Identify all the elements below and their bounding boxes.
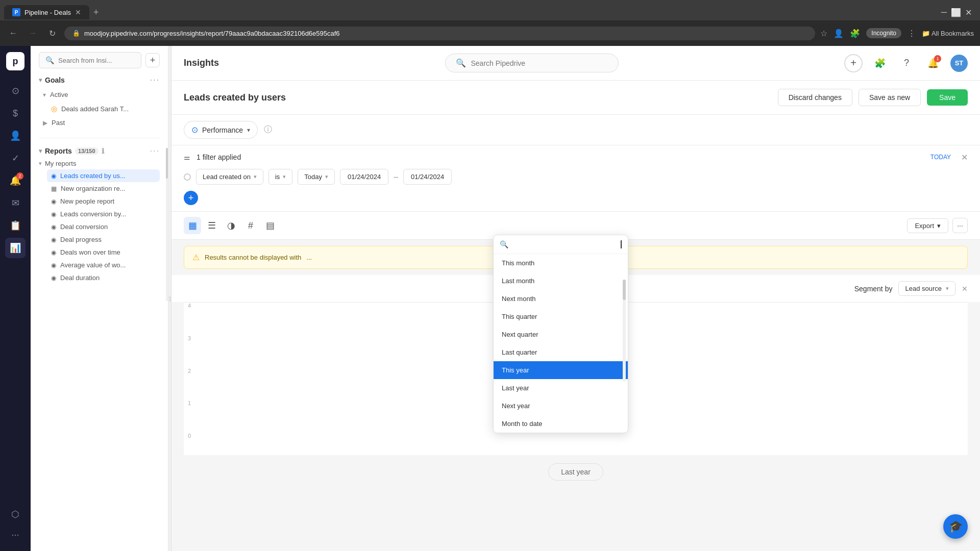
url-bar[interactable]: 🔒 moodjoy.pipedrive.com/progress/insight… <box>64 27 815 40</box>
rail-contacts-icon[interactable]: 👤 <box>5 126 26 146</box>
dropdown-scrollbar-thumb[interactable] <box>623 280 626 300</box>
save-button[interactable]: Save <box>927 89 968 106</box>
rail-mail-icon[interactable]: ✉ <box>5 193 26 213</box>
reports-more-icon[interactable]: ··· <box>150 146 160 156</box>
extensions-header-icon[interactable]: 🧩 <box>871 54 889 72</box>
rail-more-icon[interactable]: ··· <box>5 524 26 545</box>
add-filter-button[interactable]: + <box>184 191 198 205</box>
report-label-1: New organization re... <box>61 185 125 192</box>
grid-chart-button[interactable]: # <box>242 217 259 234</box>
dropdown-scrollbar[interactable] <box>623 280 626 382</box>
report-circle-icon-0: ◉ <box>51 172 56 180</box>
sidebar-search-field[interactable] <box>58 57 135 64</box>
performance-info-icon[interactable]: ⓘ <box>264 124 272 135</box>
dropdown-item-last-year[interactable]: Last year <box>494 379 628 397</box>
forward-button[interactable]: → <box>26 26 40 40</box>
performance-dropdown[interactable]: ⊙ Performance ▾ <box>184 121 258 139</box>
chart-more-button[interactable]: ··· <box>952 218 968 233</box>
segment-dropdown[interactable]: Lead source ▾ <box>898 281 955 296</box>
dropdown-item-next-year[interactable]: Next year <box>494 397 628 415</box>
window-close-button[interactable]: ✕ <box>965 8 972 17</box>
sidebar-add-button[interactable]: + <box>145 53 160 67</box>
help-icon[interactable]: ? <box>897 54 916 72</box>
filter-close-button[interactable]: ✕ <box>961 153 968 162</box>
report-item-1[interactable]: ▦ New organization re... <box>47 182 160 195</box>
bookmark-star-icon[interactable]: ☆ <box>820 29 827 38</box>
filter-date-to[interactable]: 01/24/2024 <box>403 169 452 185</box>
dropdown-item-this-quarter[interactable]: This quarter <box>494 308 628 325</box>
my-reports-label: My reports <box>45 160 76 167</box>
tab-close-button[interactable]: ✕ <box>75 8 81 16</box>
notification-badge: 2 <box>16 172 23 180</box>
list-chart-button[interactable]: ☰ <box>203 217 220 234</box>
report-item-2[interactable]: ◉ New people report <box>47 195 160 208</box>
window-maximize-button[interactable]: ⬜ <box>951 8 961 17</box>
report-item-4[interactable]: ◉ Deal conversion <box>47 220 160 233</box>
user-avatar[interactable]: ST <box>950 55 968 72</box>
dropdown-item-last-quarter[interactable]: Last quarter <box>494 343 628 361</box>
rail-deals-icon[interactable]: $ <box>5 103 26 123</box>
discard-changes-button[interactable]: Discard changes <box>778 89 852 106</box>
rail-tasks-icon[interactable]: 📋 <box>5 215 26 236</box>
browser-menu-icon[interactable]: ⋮ <box>908 29 916 38</box>
notifications-header-icon[interactable]: 🔔 1 <box>924 54 942 72</box>
active-browser-tab[interactable]: P Pipeline - Deals ✕ <box>4 5 89 19</box>
report-item-7[interactable]: ◉ Average value of wo... <box>47 259 160 271</box>
filter-radio-button[interactable] <box>184 173 191 181</box>
refresh-button[interactable]: ↻ <box>45 26 59 40</box>
bookmarks-icon[interactable]: 📁 All Bookmarks <box>922 30 974 37</box>
last-year-badge[interactable]: Last year <box>548 463 603 481</box>
dropdown-item-this-year[interactable]: This year <box>494 361 628 379</box>
report-title: Leads created by users <box>184 92 286 103</box>
back-button[interactable]: ← <box>6 26 20 40</box>
pie-chart-button[interactable]: ◑ <box>223 217 240 234</box>
report-item-6[interactable]: ◉ Deals won over time <box>47 246 160 259</box>
reports-section-header[interactable]: ▾ Reports 13/150 ℹ <box>39 147 104 155</box>
rail-activities-icon[interactable]: ✓ <box>5 148 26 168</box>
dropdown-item-next-quarter[interactable]: Next quarter <box>494 325 628 343</box>
dropdown-search-container[interactable]: 🔍 <box>494 235 628 254</box>
global-search-input[interactable] <box>471 59 608 67</box>
rail-integrations-icon[interactable]: ⬡ <box>5 504 26 524</box>
goals-more-icon[interactable]: ··· <box>150 76 160 85</box>
reports-info-icon[interactable]: ℹ <box>102 147 104 155</box>
bar-chart-button[interactable]: ▦ <box>184 217 201 234</box>
window-minimize-button[interactable]: ─ <box>941 8 947 17</box>
report-item-8[interactable]: ◉ Deal duration <box>47 271 160 284</box>
dropdown-item-next-month[interactable]: Next month <box>494 290 628 308</box>
help-widget-button[interactable]: 🎓 <box>943 514 968 539</box>
filter-date-from[interactable]: 01/24/2024 <box>340 169 388 185</box>
global-add-button[interactable]: + <box>844 54 863 72</box>
active-goals-item[interactable]: ▾ Active <box>39 88 160 102</box>
today-badge[interactable]: TODAY <box>926 152 955 163</box>
export-button[interactable]: Export ▾ <box>907 218 948 233</box>
filter-period-select[interactable]: Today ▾ <box>298 169 335 185</box>
segment-value: Lead source <box>905 285 942 292</box>
filter-field-select[interactable]: Lead created on ▾ <box>196 169 263 185</box>
dropdown-search-input[interactable] <box>512 241 617 248</box>
goals-section-header[interactable]: ▾ Goals ··· <box>39 72 160 88</box>
segment-clear-button[interactable]: ✕ <box>962 285 968 293</box>
dropdown-item-last-month[interactable]: Last month <box>494 272 628 290</box>
table-chart-button[interactable]: ▤ <box>261 217 279 234</box>
sidebar-search-input[interactable]: 🔍 <box>39 52 141 68</box>
my-reports-header[interactable]: ▾ My reports <box>39 158 160 169</box>
global-search[interactable]: 🔍 <box>445 54 619 72</box>
app-logo[interactable]: p <box>6 52 24 70</box>
extensions-icon[interactable]: 🧩 <box>850 29 860 38</box>
rail-notifications-icon[interactable]: 🔔 2 <box>5 170 26 191</box>
rail-insights-icon[interactable]: 📊 <box>5 238 26 258</box>
report-item-0[interactable]: ◉ Leads created by us... <box>47 169 160 182</box>
past-goals-item[interactable]: ▶ Past <box>39 116 160 130</box>
save-as-new-button[interactable]: Save as new <box>859 89 921 106</box>
profile-icon[interactable]: 👤 <box>834 29 844 38</box>
deals-added-item[interactable]: ◎ Deals added Sarah T... <box>39 102 160 116</box>
report-item-5[interactable]: ◉ Deal progress <box>47 233 160 246</box>
dropdown-item-month-to-date[interactable]: Month to date <box>494 415 628 433</box>
rail-home-icon[interactable]: ⊙ <box>5 81 26 101</box>
performance-bar: ⊙ Performance ▾ ⓘ <box>172 115 980 145</box>
report-item-3[interactable]: ◉ Leads conversion by... <box>47 208 160 220</box>
filter-operator-select[interactable]: is ▾ <box>268 169 292 185</box>
new-tab-button[interactable]: + <box>93 7 99 18</box>
dropdown-item-this-month[interactable]: This month <box>494 254 628 272</box>
